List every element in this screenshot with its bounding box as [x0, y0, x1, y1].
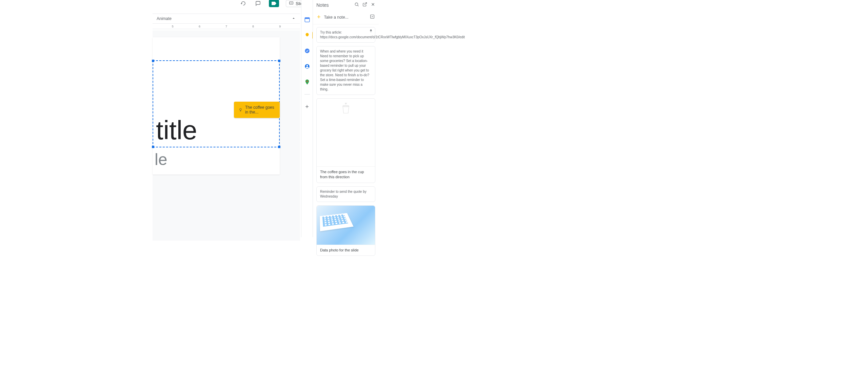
note-card[interactable]: Try this article: https://docs.google.co…	[316, 27, 375, 43]
pin-icon[interactable]	[369, 29, 373, 34]
animate-label: Animate	[157, 16, 172, 21]
ruler-tick: 6	[193, 25, 206, 28]
title-text[interactable]: title	[156, 117, 197, 143]
plus-icon: +	[317, 14, 321, 21]
note-card[interactable]: Reminder to send the quote by Wednesday	[316, 186, 375, 202]
svg-rect-2	[305, 18, 310, 19]
sidebar-divider	[304, 94, 310, 95]
chip-text: The coffee goes in the...	[245, 105, 275, 115]
note-caption: Data photo for the slide	[317, 245, 375, 256]
new-list-icon[interactable]	[370, 14, 375, 20]
notes-list: Try this article: https://docs.google.co…	[313, 24, 379, 259]
close-icon[interactable]	[371, 2, 375, 8]
svg-point-7	[355, 3, 358, 5]
note-card-drawing[interactable]: The coffee goes in the cup from this dir…	[316, 98, 375, 183]
meet-button[interactable]	[269, 0, 279, 7]
subtitle-text[interactable]: le	[155, 150, 167, 169]
tasks-icon[interactable]	[304, 47, 311, 54]
svg-point-5	[306, 65, 308, 67]
ruler-tick: 8	[246, 25, 260, 28]
image-thumbnail	[317, 206, 375, 245]
take-note-input[interactable]: + Take a note...	[313, 10, 379, 24]
svg-point-6	[307, 81, 308, 82]
calendar-icon[interactable]	[304, 16, 311, 23]
open-in-new-icon[interactable]	[362, 2, 367, 8]
take-note-placeholder: Take a note...	[324, 15, 367, 20]
keep-icon[interactable]	[304, 32, 311, 39]
slide-canvas-area[interactable]: title le The coffee goes in the...	[153, 30, 300, 241]
lightbulb-icon	[239, 107, 242, 113]
note-caption: The coffee goes in the cup from this dir…	[317, 166, 375, 183]
slide-canvas[interactable]: title le The coffee goes in the...	[153, 37, 280, 175]
keep-note-chip[interactable]: The coffee goes in the...	[234, 102, 280, 118]
history-icon[interactable]	[239, 0, 247, 7]
cup-sketch-icon	[341, 102, 351, 114]
add-addon-button[interactable]: +	[304, 103, 311, 110]
ruler-tick: 7	[220, 25, 233, 28]
selection-handle-br[interactable]	[278, 146, 280, 148]
drawing-thumbnail	[317, 99, 375, 166]
selection-handle-bl[interactable]	[152, 146, 154, 148]
selection-handle-tr[interactable]	[278, 60, 280, 62]
note-body: When and where you need it Need to remem…	[320, 49, 369, 91]
note-body: Reminder to send the quote by Wednesday	[320, 190, 367, 198]
selection-handle-tl[interactable]	[152, 60, 154, 62]
note-body: Try this article: https://docs.google.co…	[320, 30, 465, 39]
svg-point-3	[305, 48, 310, 53]
contacts-icon[interactable]	[304, 63, 311, 70]
note-card-image[interactable]: Data photo for the slide	[316, 205, 375, 256]
chevron-up-icon[interactable]	[291, 16, 296, 22]
keep-header: Notes	[313, 0, 379, 10]
search-icon[interactable]	[354, 2, 359, 8]
keep-panel: Notes + Take a note... Try this article:…	[313, 0, 379, 237]
note-card[interactable]: When and where you need it Need to remem…	[316, 46, 375, 95]
ruler-tick: 5	[166, 25, 180, 28]
maps-icon[interactable]	[304, 79, 311, 85]
keep-title: Notes	[316, 2, 329, 8]
comment-icon[interactable]	[254, 0, 262, 7]
side-panel-bar: +	[301, 0, 313, 237]
ruler-tick: 9	[273, 25, 287, 28]
animate-panel-header[interactable]: Animate	[153, 14, 300, 24]
horizontal-ruler: 5 6 7 8 9	[153, 24, 300, 29]
